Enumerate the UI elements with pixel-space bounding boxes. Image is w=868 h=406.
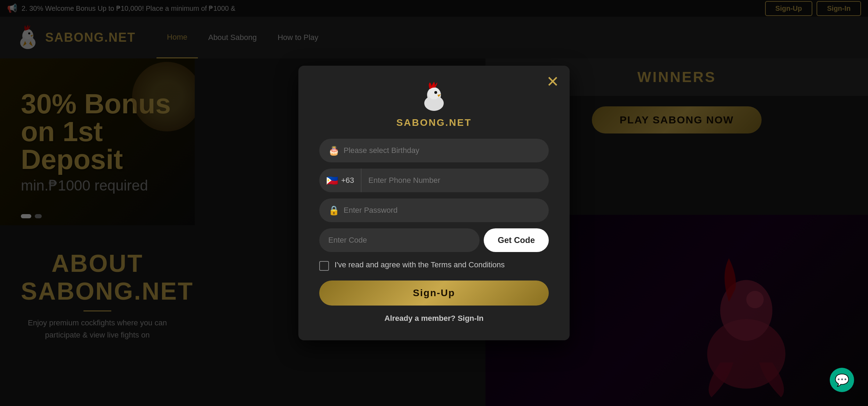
code-row: Get Code bbox=[319, 228, 549, 252]
modal-logo-icon bbox=[417, 80, 451, 114]
modal-overlay[interactable]: ✕ SABONG.NET 🎂 🇵🇭 +63 bbox=[0, 0, 868, 406]
password-field: 🔒 bbox=[319, 198, 549, 222]
birthday-field: 🎂 bbox=[319, 139, 549, 162]
modal-close-button[interactable]: ✕ bbox=[546, 74, 559, 89]
already-member-row: Already a member? Sign-In bbox=[319, 314, 549, 323]
phone-field: 🇵🇭 +63 bbox=[319, 169, 549, 192]
password-input[interactable] bbox=[319, 198, 549, 222]
birthday-input[interactable] bbox=[319, 139, 549, 162]
phone-input[interactable] bbox=[361, 176, 549, 185]
birthday-icon: 🎂 bbox=[328, 145, 339, 156]
terms-row: I've read and agree with the Terms and C… bbox=[319, 260, 549, 271]
svg-point-16 bbox=[428, 88, 440, 99]
svg-point-17 bbox=[434, 91, 437, 94]
terms-text: I've read and agree with the Terms and C… bbox=[335, 260, 505, 270]
chat-button[interactable]: 💬 bbox=[830, 368, 854, 392]
phone-prefix: 🇵🇭 +63 bbox=[319, 169, 361, 192]
phone-flag: 🇵🇭 bbox=[326, 175, 338, 186]
signup-button[interactable]: Sign-Up bbox=[319, 281, 549, 306]
get-code-button[interactable]: Get Code bbox=[484, 228, 549, 252]
signin-link[interactable]: Sign-In bbox=[458, 314, 484, 323]
modal-logo: SABONG.NET bbox=[319, 80, 549, 128]
signup-modal: ✕ SABONG.NET 🎂 🇵🇭 +63 bbox=[298, 66, 570, 340]
code-input[interactable] bbox=[319, 228, 480, 252]
chat-icon: 💬 bbox=[835, 373, 849, 387]
terms-checkbox[interactable] bbox=[319, 261, 329, 271]
already-member-text: Already a member? bbox=[385, 314, 456, 323]
phone-country-code: +63 bbox=[341, 176, 354, 185]
modal-logo-text: SABONG.NET bbox=[396, 117, 472, 128]
password-icon: 🔒 bbox=[328, 205, 339, 216]
